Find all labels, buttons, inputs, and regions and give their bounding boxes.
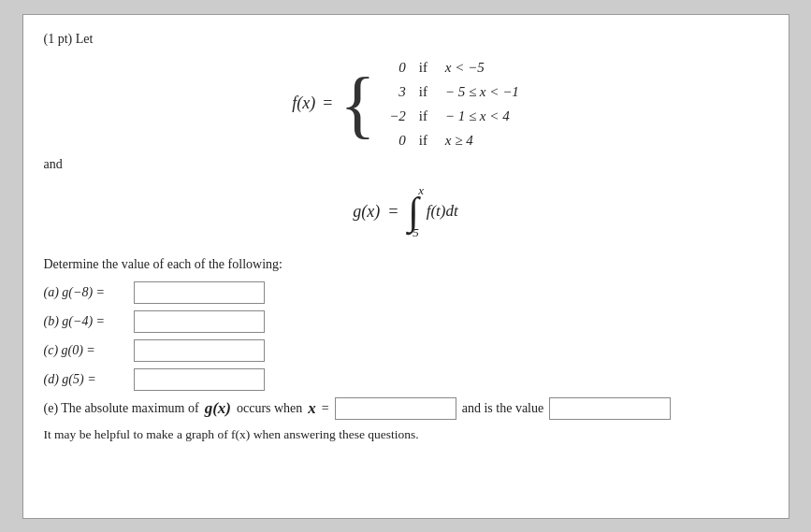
part-e-prefix: (e) The absolute maximum of	[44, 401, 199, 416]
part-e-equals: =	[322, 401, 329, 416]
fx-label: f(x)	[292, 93, 315, 113]
cases-table: 0 if x < −5 3 if − 5 ≤ x < −1 −2 if − 1 …	[384, 56, 519, 151]
part-a-label: (a) g(−8) =	[44, 285, 128, 300]
integrand: f(t)dt	[427, 202, 458, 221]
gx-definition: g(x) = x ∫ −5 f(t)dt	[44, 180, 768, 245]
part-c-label: (c) g(0) =	[44, 343, 128, 358]
part-e-occurs: occurs when	[237, 401, 302, 416]
problem-header: (1 pt) Let	[44, 32, 768, 47]
part-a-input[interactable]	[134, 281, 265, 304]
fx-definition: f(x) = { 0 if x < −5 3 if − 5 ≤ x < −1 −…	[44, 56, 768, 151]
part-e-and-is-value: and is the value	[462, 401, 543, 416]
case-if-4: if	[419, 129, 432, 151]
case-if-1: if	[419, 56, 432, 79]
part-b-input[interactable]	[134, 310, 265, 333]
part-d-input[interactable]	[134, 368, 265, 391]
integral-container: x ∫ −5 f(t)dt	[406, 180, 457, 245]
case-if-2: if	[419, 80, 432, 103]
integral-wrap: x ∫ −5	[406, 180, 420, 245]
part-e-value-input[interactable]	[549, 397, 671, 420]
part-b-row: (b) g(−4) =	[44, 310, 768, 333]
case-row-1: 0 if x < −5	[384, 56, 519, 79]
brace-container: { 0 if x < −5 3 if − 5 ≤ x < −1 −2 if − …	[340, 56, 518, 151]
case-val-3: −2	[384, 105, 406, 127]
case-cond-4: x ≥ 4	[445, 129, 473, 151]
case-val-4: 0	[384, 129, 406, 151]
case-if-3: if	[419, 105, 432, 127]
determine-text: Determine the value of each of the follo…	[44, 257, 768, 272]
part-b-label: (b) g(−4) =	[44, 314, 128, 329]
part-e-x: x	[308, 399, 316, 418]
case-row-4: 0 if x ≥ 4	[384, 129, 519, 151]
case-cond-2: − 5 ≤ x < −1	[445, 80, 519, 103]
integral-symbol-icon: ∫	[408, 194, 419, 230]
case-val-1: 0	[384, 56, 406, 79]
case-val-2: 3	[384, 80, 406, 103]
integral-upper: x	[418, 183, 424, 198]
gx-label: g(x)	[353, 202, 380, 222]
left-brace-icon: {	[340, 66, 375, 141]
gx-equals: =	[387, 202, 398, 222]
and-label: and	[44, 157, 768, 172]
part-d-label: (d) g(5) =	[44, 372, 128, 387]
part-e-row: (e) The absolute maximum of g(x) occurs …	[44, 397, 768, 420]
equals-sign: =	[323, 93, 332, 113]
part-a-row: (a) g(−8) =	[44, 281, 768, 304]
part-c-row: (c) g(0) =	[44, 339, 768, 362]
case-cond-1: x < −5	[445, 56, 485, 79]
part-d-row: (d) g(5) =	[44, 368, 768, 391]
case-row-2: 3 if − 5 ≤ x < −1	[384, 80, 519, 103]
case-cond-3: − 1 ≤ x < 4	[445, 105, 510, 127]
part-e-x-input[interactable]	[335, 397, 456, 420]
part-e-gx: g(x)	[205, 399, 231, 418]
integral-lower: −5	[404, 225, 418, 240]
hint-text: It may be helpful to make a graph of f(x…	[44, 427, 768, 442]
part-c-input[interactable]	[134, 339, 265, 362]
problem-container: (1 pt) Let f(x) = { 0 if x < −5 3 if − 5…	[22, 14, 789, 519]
case-row-3: −2 if − 1 ≤ x < 4	[384, 105, 519, 127]
